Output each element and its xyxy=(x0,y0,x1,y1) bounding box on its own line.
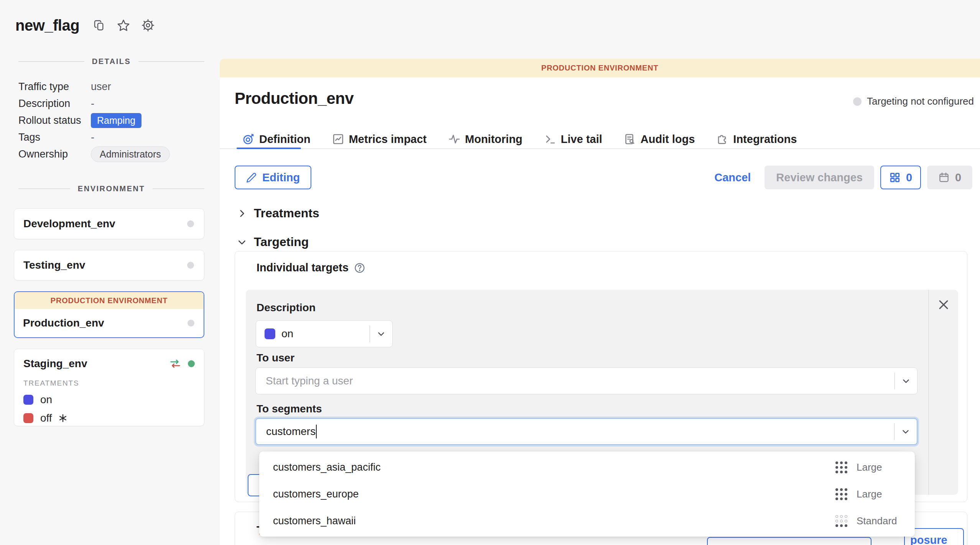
segment-size: Standard xyxy=(857,515,899,527)
review-changes-button[interactable]: Review changes xyxy=(765,166,874,189)
traffic-type-label: Traffic type xyxy=(18,81,91,93)
changes-count: 0 xyxy=(906,171,912,184)
status-dot xyxy=(853,97,862,106)
env-status-dot xyxy=(188,360,195,367)
copy-icon[interactable] xyxy=(93,19,105,31)
segment-name: customers_asia_pacific xyxy=(273,461,835,473)
treatment-off-swatch xyxy=(23,413,33,423)
individual-targets-title: Individual targets xyxy=(257,261,349,274)
segment-name: customers_europe xyxy=(273,488,835,500)
tab-definition[interactable]: Definition xyxy=(242,133,311,146)
tab-integrations[interactable]: Integrations xyxy=(716,133,797,146)
pencil-icon xyxy=(246,172,257,183)
editing-button[interactable]: Editing xyxy=(235,166,311,189)
detail-row-tags: Tags - xyxy=(18,129,220,146)
dots-grid-standard-icon xyxy=(835,515,847,527)
detail-row-description: Description - xyxy=(18,95,220,112)
chevron-down-icon[interactable] xyxy=(895,376,917,386)
targeting-status-text: Targeting not configured xyxy=(867,95,974,107)
rollout-status-badge: Ramping xyxy=(91,113,141,128)
segments-dropdown: customers_asia_pacific Large customers_e… xyxy=(259,451,915,537)
to-user-field xyxy=(255,368,918,394)
editing-label: Editing xyxy=(262,171,300,184)
treatment-row-off: off xyxy=(23,412,195,424)
star-icon[interactable] xyxy=(117,19,130,32)
env-status-dot xyxy=(187,220,194,227)
add-rule-button-partial[interactable] xyxy=(707,537,871,545)
pulse-icon xyxy=(448,133,460,145)
default-asterisk-icon xyxy=(58,414,67,423)
tab-label: Audit logs xyxy=(641,133,695,146)
help-circle-icon[interactable] xyxy=(354,262,365,274)
dots-grid-icon xyxy=(835,461,847,473)
targeting-status: Targeting not configured xyxy=(853,95,974,107)
divider-line xyxy=(18,61,84,62)
env-name: Testing_env xyxy=(23,259,85,271)
env-card-testing[interactable]: Testing_env xyxy=(14,250,204,281)
schedule-count-button[interactable]: 0 xyxy=(927,166,972,189)
env-card-development[interactable]: Development_env xyxy=(14,208,204,239)
tab-audit-logs[interactable]: Audit logs xyxy=(624,133,695,146)
segment-option-europe[interactable]: customers_europe Large xyxy=(259,481,915,507)
env-name: Staging_env xyxy=(23,358,169,370)
swap-arrows-icon xyxy=(169,358,181,369)
changes-count-button[interactable]: 0 xyxy=(880,166,921,189)
audit-doc-icon xyxy=(624,133,636,145)
close-icon[interactable] xyxy=(937,298,950,312)
to-segments-value: customers xyxy=(266,425,316,438)
calendar-icon xyxy=(938,172,950,183)
treatment-on-label: on xyxy=(40,394,52,406)
tab-bar: Definition Metrics impact Monitoring Liv… xyxy=(242,130,797,149)
grid-icon xyxy=(889,172,901,183)
env-status-dot xyxy=(187,262,194,269)
text-caret xyxy=(316,425,317,438)
tab-label: Definition xyxy=(259,133,311,146)
treatment-select[interactable]: on xyxy=(256,320,393,347)
env-card-production[interactable]: PRODUCTION ENVIRONMENT Production_env xyxy=(14,291,204,338)
tags-value: - xyxy=(91,131,94,143)
tab-live-tail[interactable]: Live tail xyxy=(544,133,602,146)
tags-label: Tags xyxy=(18,131,91,143)
to-segments-input[interactable]: customers xyxy=(256,425,894,438)
gear-icon[interactable] xyxy=(141,19,155,32)
chevron-down-icon[interactable] xyxy=(370,329,392,339)
detail-row-traffic-type: Traffic type user xyxy=(18,78,220,95)
treatments-section-toggle[interactable]: Treatments xyxy=(237,206,319,220)
ownership-pill[interactable]: Administrators xyxy=(91,146,170,162)
ownership-label: Ownership xyxy=(18,148,91,160)
details-section-heading: DETAILS xyxy=(18,56,204,67)
tab-label: Monitoring xyxy=(465,133,523,146)
environment-section-heading: ENVIRONMENT xyxy=(18,183,204,194)
main-panel: PRODUCTION ENVIRONMENT Production_env Ta… xyxy=(220,59,980,545)
treatment-row-on: on xyxy=(23,394,195,406)
tab-metrics-impact[interactable]: Metrics impact xyxy=(332,133,427,146)
tab-label: Integrations xyxy=(733,133,797,146)
traffic-type-value: user xyxy=(91,81,111,93)
treatment-on-swatch xyxy=(265,328,275,339)
environment-heading-label: ENVIRONMENT xyxy=(70,184,153,193)
cancel-button[interactable]: Cancel xyxy=(714,171,751,184)
env-card-staging[interactable]: Staging_env TREATMENTS on off xyxy=(14,349,204,426)
chevron-down-icon xyxy=(237,237,247,247)
app-screen: new_flag DETAILS Traffic type user Descr… xyxy=(0,0,980,545)
to-segments-field: customers xyxy=(255,418,918,445)
treatments-section-title: Treatments xyxy=(254,206,319,220)
rule-side-column xyxy=(928,290,958,495)
divider-line xyxy=(138,61,204,62)
to-segments-label: To segments xyxy=(257,403,322,415)
chevron-down-icon[interactable] xyxy=(894,427,917,437)
chevron-right-icon xyxy=(237,208,247,218)
chart-icon xyxy=(332,133,344,145)
targeting-section-toggle[interactable]: Targeting xyxy=(237,235,309,249)
tab-monitoring[interactable]: Monitoring xyxy=(448,133,523,146)
detail-row-ownership: Ownership Administrators xyxy=(18,146,220,163)
terminal-icon xyxy=(544,133,556,145)
schedule-count: 0 xyxy=(955,171,961,184)
env-name: Development_env xyxy=(23,218,115,230)
detail-row-rollout-status: Rollout status Ramping xyxy=(18,112,220,129)
dots-grid-icon xyxy=(835,488,847,500)
description-field-label: Description xyxy=(257,302,316,314)
to-user-input[interactable] xyxy=(256,368,894,394)
segment-option-hawaii[interactable]: customers_hawaii Standard xyxy=(259,507,915,534)
segment-option-asia-pacific[interactable]: customers_asia_pacific Large xyxy=(259,454,915,481)
